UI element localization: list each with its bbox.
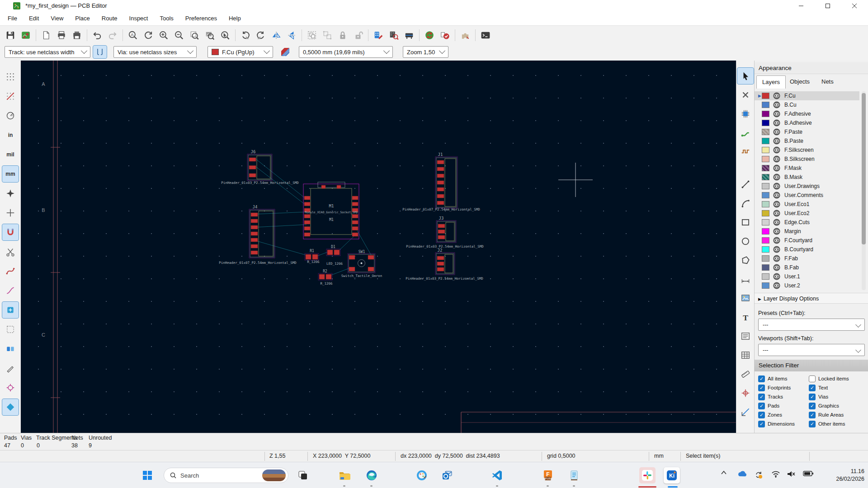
layer-row-f-silkscreen[interactable]: F.Silkscreen: [755, 145, 859, 155]
track-display-mode-button[interactable]: [2, 360, 19, 376]
pad[interactable]: [352, 215, 358, 218]
pad[interactable]: [437, 167, 444, 171]
battery-icon[interactable]: [803, 470, 814, 477]
print-button[interactable]: [54, 28, 69, 42]
filter-locked-items[interactable]: Locked items: [809, 374, 867, 383]
pad[interactable]: [249, 166, 256, 169]
viewports-dropdown[interactable]: ---: [758, 344, 865, 356]
layer-row-f-fab[interactable]: F.Fab: [755, 254, 859, 263]
layer-visibility-eye-icon[interactable]: [773, 228, 780, 235]
layer-row-b-silkscreen[interactable]: B.Silkscreen: [755, 155, 859, 164]
layer-color-swatch[interactable]: [762, 129, 769, 135]
layer-row-user-2[interactable]: User.2: [755, 281, 859, 290]
menu-place[interactable]: Place: [69, 13, 96, 24]
pad[interactable]: [251, 244, 258, 248]
layer-color-swatch[interactable]: [762, 192, 769, 198]
layer-pair-toggle[interactable]: [278, 46, 292, 58]
pad[interactable]: [368, 255, 374, 259]
redo-button[interactable]: [105, 28, 120, 42]
draw-circle-button[interactable]: [737, 233, 754, 249]
minimize-button[interactable]: [791, 0, 811, 12]
pad[interactable]: [306, 254, 311, 259]
layer-visibility-eye-icon[interactable]: [773, 273, 780, 280]
layer-visibility-eye-icon[interactable]: [773, 183, 780, 190]
add-text-button[interactable]: T: [737, 309, 754, 325]
rotate-cw-button[interactable]: [253, 28, 269, 42]
draw-line-button[interactable]: [737, 176, 754, 192]
undo-button[interactable]: [90, 28, 105, 42]
pad[interactable]: [304, 196, 310, 200]
add-footprint-button[interactable]: [737, 106, 754, 122]
layer-row-b-fab[interactable]: B.Fab: [755, 263, 859, 272]
update-pcb-from-schematic-button[interactable]: [371, 28, 386, 42]
pad[interactable]: [437, 267, 444, 271]
units-mm-button[interactable]: mm: [2, 166, 19, 182]
pad[interactable]: [249, 174, 256, 177]
zoom-selection-button[interactable]: [217, 28, 233, 42]
plugins-button[interactable]: [458, 28, 473, 42]
filter-zones[interactable]: ✓Zones: [758, 410, 809, 419]
menu-tools[interactable]: Tools: [154, 13, 179, 24]
checkbox[interactable]: ✓: [809, 403, 816, 409]
layer-row-b-mask[interactable]: B.Mask: [755, 173, 859, 182]
pad[interactable]: [438, 235, 445, 239]
pad[interactable]: [319, 274, 325, 279]
grid-overrides-button[interactable]: [2, 88, 19, 104]
menu-route[interactable]: Route: [96, 13, 123, 24]
tab-nets[interactable]: Nets: [816, 75, 839, 88]
filter-dimensions[interactable]: ✓Dimensions: [758, 419, 809, 428]
layer-visibility-eye-icon[interactable]: [773, 92, 780, 99]
units-inches-button[interactable]: in: [2, 127, 19, 143]
layer-row-b-adhesive[interactable]: B.Adhesive: [755, 118, 859, 127]
start-button[interactable]: [139, 467, 156, 483]
pad[interactable]: [326, 274, 331, 279]
layer-color-swatch[interactable]: [762, 264, 769, 271]
zoom-fit-button[interactable]: [187, 28, 202, 42]
flip-horizontal-button[interactable]: [269, 28, 284, 42]
plot-button[interactable]: [69, 28, 85, 42]
notes-app-icon[interactable]: [566, 467, 582, 483]
ratsnest-line[interactable]: [255, 212, 307, 214]
pad[interactable]: [349, 255, 355, 259]
zoom-out-button[interactable]: [171, 28, 187, 42]
menu-inspect[interactable]: Inspect: [123, 13, 154, 24]
layer-visibility-eye-icon[interactable]: [773, 237, 780, 244]
select-tool-button[interactable]: [737, 68, 754, 84]
footprint-search-button[interactable]: [386, 28, 401, 42]
ungroup-button[interactable]: [320, 28, 335, 42]
pad[interactable]: [334, 250, 340, 255]
pad[interactable]: [437, 262, 444, 266]
file-explorer-icon[interactable]: [336, 467, 353, 483]
layer-visibility-eye-icon[interactable]: [773, 201, 780, 208]
pad[interactable]: [349, 267, 355, 271]
refresh-button[interactable]: [141, 28, 156, 42]
layer-row-b-courtyard[interactable]: B.Courtyard: [755, 245, 859, 254]
tray-expand-chevron[interactable]: [721, 470, 727, 475]
filter-all-items[interactable]: ✓All items: [758, 374, 809, 383]
delete-tool-button[interactable]: [737, 366, 754, 382]
layer-visibility-eye-icon[interactable]: [773, 137, 780, 145]
pad[interactable]: [251, 225, 258, 229]
layer-color-swatch[interactable]: [762, 120, 769, 126]
units-mils-button[interactable]: mil: [2, 146, 19, 163]
pad[interactable]: [437, 256, 444, 260]
layer-color-swatch[interactable]: [762, 174, 769, 180]
vscode-icon[interactable]: [489, 467, 505, 483]
checkbox[interactable]: ✓: [758, 394, 765, 400]
flip-vertical-button[interactable]: [284, 28, 299, 42]
layer-display-options[interactable]: ▶Layer Display Options: [755, 293, 868, 304]
layer-row-f-adhesive[interactable]: F.Adhesive: [755, 109, 859, 118]
layer-color-swatch[interactable]: [762, 156, 769, 162]
lock-button[interactable]: [335, 28, 350, 42]
zoom-dropdown[interactable]: Zoom 1,50: [403, 46, 448, 58]
rotate-ccw-button[interactable]: [238, 28, 253, 42]
grid-origin-button[interactable]: [737, 385, 754, 401]
layer-color-swatch[interactable]: [762, 165, 769, 171]
task-view-button[interactable]: [295, 467, 311, 483]
presets-dropdown[interactable]: ---: [758, 319, 865, 331]
unlock-button[interactable]: [350, 28, 366, 42]
track-width-preset-dropdown[interactable]: Track: use netclass width: [5, 46, 90, 58]
layer-visibility-eye-icon[interactable]: [773, 101, 780, 108]
menu-view[interactable]: View: [45, 13, 69, 24]
pad[interactable]: [352, 196, 358, 200]
